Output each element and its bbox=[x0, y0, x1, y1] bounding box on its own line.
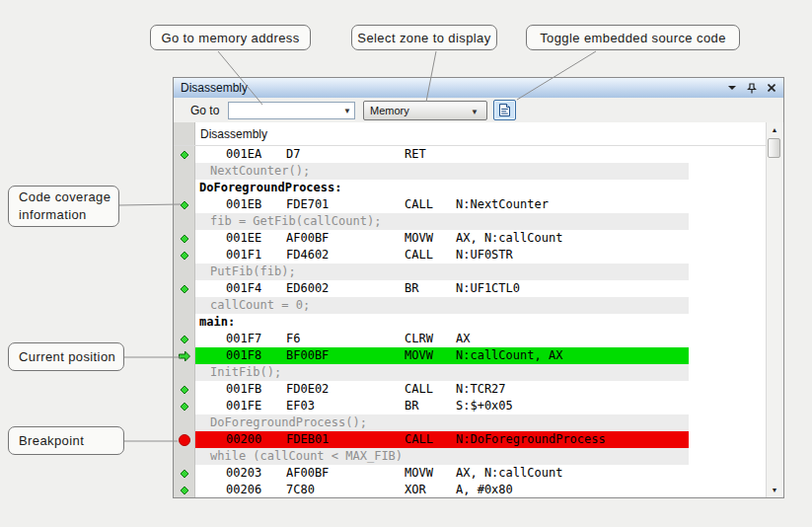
embedded-source-row[interactable]: fib = GetFib(callCount); bbox=[174, 213, 766, 230]
row-gutter-cell[interactable] bbox=[174, 163, 195, 180]
disassembly-titlebar[interactable]: Disassembly bbox=[174, 78, 783, 99]
pin-icon[interactable] bbox=[744, 81, 760, 95]
zone-chevron-down-icon[interactable]: ▼ bbox=[471, 108, 479, 116]
row-gutter-cell[interactable] bbox=[174, 180, 195, 196]
scroll-down-icon[interactable]: ▼ bbox=[768, 484, 781, 496]
source-text: while (callCount < MAX_FIB) bbox=[210, 449, 403, 463]
row-body[interactable]: fib = GetFib(callCount); bbox=[195, 213, 766, 230]
disasm-instruction-row[interactable]: 001FEEF03BRS:$+0x05 bbox=[174, 398, 766, 414]
disasm-instruction-row[interactable]: 002067C80XORA, #0x80 bbox=[174, 482, 766, 497]
embedded-source-row[interactable]: InitFib(); bbox=[174, 364, 766, 381]
mnemonic-cell: CLRW bbox=[405, 332, 433, 345]
scroll-up-icon[interactable]: ▲ bbox=[768, 123, 781, 136]
operand-cell: N:NextCounter bbox=[456, 197, 549, 211]
row-gutter-cell[interactable] bbox=[174, 213, 195, 230]
close-icon[interactable] bbox=[764, 81, 779, 95]
row-body[interactable]: 001F4ED6002BRN:UF1CTL0 bbox=[195, 280, 766, 297]
row-gutter-cell[interactable] bbox=[174, 398, 195, 414]
row-gutter-cell[interactable] bbox=[174, 482, 195, 497]
row-gutter-cell[interactable] bbox=[174, 347, 195, 364]
row-body[interactable]: 002067C80XORA, #0x80 bbox=[195, 482, 766, 497]
row-body[interactable]: 001F7F6CLRWAX bbox=[195, 331, 766, 347]
goto-address-input[interactable] bbox=[230, 104, 340, 119]
goto-address-combobox[interactable]: ▼ bbox=[228, 102, 355, 119]
mnemonic-cell: MOVW bbox=[405, 348, 433, 362]
row-gutter-cell[interactable] bbox=[174, 247, 195, 264]
current-position-arrow-icon bbox=[179, 350, 191, 361]
embedded-source-row[interactable]: PutFib(fib); bbox=[174, 264, 766, 280]
row-gutter-cell[interactable] bbox=[174, 297, 195, 314]
scrollbar-thumb[interactable] bbox=[768, 138, 780, 158]
row-body[interactable]: NextCounter(); bbox=[195, 163, 766, 180]
row-body[interactable]: 001EAD7RET bbox=[195, 146, 766, 163]
address-cell: 001F1 bbox=[226, 248, 261, 262]
row-body[interactable]: while (callCount < MAX_FIB) bbox=[195, 448, 766, 465]
disasm-instruction-row[interactable]: 001F7F6CLRWAX bbox=[174, 331, 766, 347]
row-body[interactable]: callCount = 0; bbox=[195, 297, 766, 314]
toggle-embedded-source-button[interactable] bbox=[493, 100, 516, 120]
row-body[interactable]: PutFib(fib); bbox=[195, 264, 766, 280]
row-gutter-cell[interactable] bbox=[174, 146, 195, 163]
disasm-label-row[interactable]: main: bbox=[174, 314, 766, 331]
disasm-instruction-row[interactable]: 001F4ED6002BRN:UF1CTL0 bbox=[174, 280, 766, 297]
row-body[interactable]: 00203AF00BFMOVWAX, N:callCount bbox=[195, 465, 766, 482]
current-position-highlight bbox=[195, 347, 689, 364]
row-gutter-cell[interactable] bbox=[174, 264, 195, 280]
disasm-instruction-row[interactable]: 00200FDEB01CALLN:DoForegroundProcess bbox=[174, 431, 766, 448]
row-body[interactable]: main: bbox=[195, 314, 766, 331]
embedded-source-row[interactable]: while (callCount < MAX_FIB) bbox=[174, 448, 766, 465]
code-coverage-diamond-icon bbox=[181, 150, 189, 159]
disassembly-content: Disassembly 001EAD7RETNextCounter();DoFo… bbox=[174, 122, 783, 497]
row-body[interactable]: 00200FDEB01CALLN:DoForegroundProcess bbox=[195, 431, 766, 448]
code-coverage-diamond-icon bbox=[181, 251, 189, 260]
row-gutter-cell[interactable] bbox=[174, 314, 195, 331]
row-gutter-cell[interactable] bbox=[174, 431, 195, 448]
disasm-instruction-row[interactable]: 001EBFDE701CALLN:NextCounter bbox=[174, 196, 766, 213]
row-body[interactable]: DoForegroundProcess(); bbox=[195, 414, 766, 431]
code-coverage-diamond-icon bbox=[181, 234, 189, 243]
row-body[interactable]: 001FBFD0E02CALLN:TCR27 bbox=[195, 381, 766, 398]
embedded-source-row[interactable]: callCount = 0; bbox=[174, 297, 766, 314]
disasm-label-row[interactable]: DoForegroundProcess: bbox=[174, 180, 766, 196]
zone-select-dropdown[interactable]: Memory ▼ bbox=[363, 101, 487, 120]
combo-chevron-down-icon[interactable]: ▼ bbox=[343, 107, 351, 115]
opcode-cell: F6 bbox=[286, 332, 300, 345]
breakpoint-highlight bbox=[195, 431, 689, 448]
row-gutter-cell[interactable] bbox=[174, 381, 195, 398]
source-text: callCount = 0; bbox=[210, 298, 310, 312]
row-body[interactable]: InitFib(); bbox=[195, 364, 766, 381]
disasm-instruction-row[interactable]: 001FBFD0E02CALLN:TCR27 bbox=[174, 381, 766, 398]
row-gutter-cell[interactable] bbox=[174, 196, 195, 213]
row-body[interactable]: 001F8BF00BFMOVWN:callCount, AX bbox=[195, 347, 766, 364]
window-menu-chevron-down-icon[interactable] bbox=[724, 81, 740, 95]
disasm-instruction-row[interactable]: 001EAD7RET bbox=[174, 146, 766, 163]
address-cell: 001F7 bbox=[226, 332, 261, 345]
row-body[interactable]: 001FEEF03BRS:$+0x05 bbox=[195, 398, 766, 414]
row-gutter-cell[interactable] bbox=[174, 364, 195, 381]
embedded-source-row[interactable]: DoForegroundProcess(); bbox=[174, 414, 766, 431]
opcode-cell: FDE701 bbox=[286, 197, 329, 211]
row-body[interactable]: DoForegroundProcess: bbox=[195, 180, 766, 196]
row-gutter-cell[interactable] bbox=[174, 414, 195, 431]
disasm-instruction-row[interactable]: 001F1FD4602CALLN:UF0STR bbox=[174, 247, 766, 264]
row-gutter-cell[interactable] bbox=[174, 465, 195, 482]
disasm-instruction-row[interactable]: 001EEAF00BFMOVWAX, N:callCount bbox=[174, 230, 766, 247]
row-gutter-cell[interactable] bbox=[174, 280, 195, 297]
row-gutter-cell[interactable] bbox=[174, 230, 195, 247]
row-body[interactable]: 001EBFDE701CALLN:NextCounter bbox=[195, 196, 766, 213]
address-cell: 001EE bbox=[226, 231, 261, 245]
opcode-cell: ED6002 bbox=[286, 281, 329, 295]
vertical-scrollbar[interactable]: ▲ ▼ bbox=[766, 122, 782, 497]
row-gutter-cell[interactable] bbox=[174, 448, 195, 465]
disassembly-list-header: Disassembly bbox=[174, 122, 766, 146]
address-cell: 001EB bbox=[226, 197, 261, 211]
disasm-instruction-row[interactable]: 00203AF00BFMOVWAX, N:callCount bbox=[174, 465, 766, 482]
row-gutter-cell[interactable] bbox=[174, 331, 195, 347]
disasm-instruction-row[interactable]: 001F8BF00BFMOVWN:callCount, AX bbox=[174, 347, 766, 364]
disassembly-window: Disassembly Go to ▼ Memory ▼ bbox=[173, 77, 784, 498]
embedded-source-row[interactable]: NextCounter(); bbox=[174, 163, 766, 180]
row-body[interactable]: 001EEAF00BFMOVWAX, N:callCount bbox=[195, 230, 766, 247]
address-cell: 00206 bbox=[226, 483, 261, 496]
source-text: NextCounter(); bbox=[210, 164, 310, 178]
row-body[interactable]: 001F1FD4602CALLN:UF0STR bbox=[195, 247, 766, 264]
